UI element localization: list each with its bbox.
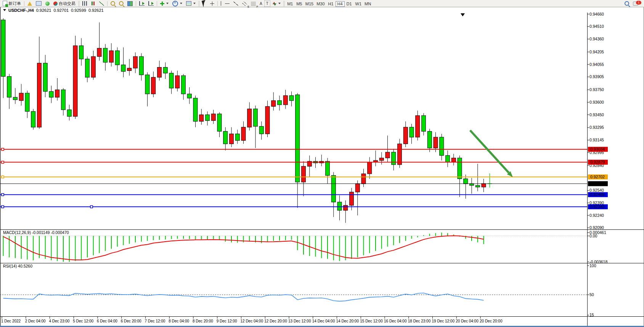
time-axis-label: 13 Dec 12:00 bbox=[288, 319, 311, 323]
candle bbox=[230, 134, 234, 144]
text-button[interactable]: A bbox=[258, 0, 264, 7]
candle bbox=[385, 152, 390, 158]
zoom-in-button[interactable] bbox=[109, 0, 117, 7]
channel-button[interactable]: E bbox=[240, 0, 249, 7]
candle bbox=[223, 131, 228, 144]
cursor-button[interactable] bbox=[201, 0, 208, 7]
chart-shift-button[interactable] bbox=[146, 0, 156, 7]
candle bbox=[331, 175, 336, 202]
price-tick-label: 0.93750 bbox=[589, 87, 604, 92]
timeframe-mn[interactable]: MN bbox=[363, 1, 373, 7]
quote-high: 0.92701 bbox=[53, 8, 69, 13]
arrows-button[interactable] bbox=[270, 0, 283, 7]
candle bbox=[302, 166, 306, 182]
candle bbox=[1, 20, 5, 76]
candlestick-chart-button[interactable] bbox=[89, 0, 97, 7]
time-axis-label: 6 Dec 04:00 bbox=[97, 319, 117, 323]
rsi-axis-label: 15 bbox=[589, 313, 594, 317]
line-handle[interactable] bbox=[2, 148, 4, 151]
metaeditor-button[interactable] bbox=[26, 0, 34, 7]
candle bbox=[416, 115, 420, 137]
price-tick-label: 0.92090 bbox=[589, 225, 604, 230]
terminal-button[interactable] bbox=[34, 0, 43, 7]
line-handle[interactable] bbox=[2, 206, 4, 208]
time-axis-label: 7 Dec 12:00 bbox=[145, 319, 165, 323]
chart-canvas[interactable]: 0.946600.945100.943600.942050.940550.939… bbox=[0, 0, 644, 327]
crosshair-button[interactable] bbox=[208, 0, 216, 7]
window-menu-icon[interactable] bbox=[3, 9, 6, 11]
terminal-icon bbox=[36, 1, 42, 6]
new-order-button[interactable]: 新订单 bbox=[1, 0, 23, 7]
rsi-label: RSI(14) 40.5260 bbox=[3, 264, 32, 268]
auto-scroll-button[interactable] bbox=[137, 0, 146, 7]
candle bbox=[199, 115, 204, 121]
new-order-label: 新订单 bbox=[8, 1, 21, 6]
candle bbox=[61, 90, 66, 110]
vertical-line-icon bbox=[221, 1, 221, 6]
timeframe-m15[interactable]: M15 bbox=[304, 1, 315, 7]
line-handle[interactable] bbox=[2, 194, 4, 196]
vertical-line-button[interactable] bbox=[219, 0, 223, 7]
bar-chart-icon bbox=[82, 1, 87, 6]
candle bbox=[91, 56, 95, 77]
trendline-icon bbox=[233, 2, 238, 6]
periods-button[interactable] bbox=[170, 0, 184, 7]
tile-windows-button[interactable] bbox=[125, 0, 135, 7]
timeframe-h4[interactable]: H4 bbox=[336, 1, 345, 7]
timeframe-m1[interactable]: M1 bbox=[286, 1, 295, 7]
candle bbox=[13, 97, 18, 100]
text-label-button[interactable]: T bbox=[264, 0, 270, 7]
templates-button[interactable] bbox=[184, 0, 198, 7]
strategy-tester-button[interactable] bbox=[43, 0, 51, 7]
rsi-axis-label: 100 bbox=[589, 263, 596, 268]
price-badge-label: 0.92343 bbox=[590, 204, 605, 209]
chart-shift-marker[interactable] bbox=[461, 13, 465, 16]
crosshair-icon bbox=[210, 2, 214, 6]
rsi-line bbox=[3, 293, 484, 301]
price-tick-label: 0.93295 bbox=[589, 125, 604, 130]
autotrading-button[interactable]: 自动交易 bbox=[51, 0, 77, 7]
time-axis-label: 2 Dec 04:00 bbox=[25, 319, 46, 323]
trendline-button[interactable] bbox=[231, 0, 240, 7]
timeframe-w1[interactable]: W1 bbox=[354, 1, 363, 7]
line-handle[interactable] bbox=[2, 176, 4, 178]
chart-symbol-timeframe: USDCHF-,H4 bbox=[8, 8, 34, 13]
autotrading-icon bbox=[53, 2, 58, 6]
time-axis-label: 8 Dec 04:00 bbox=[169, 319, 189, 323]
timeframe-group: M1M5M15M30H1H4D1W1MN bbox=[286, 0, 373, 7]
line-chart-button[interactable] bbox=[97, 0, 106, 7]
tile-windows-icon bbox=[127, 1, 133, 6]
quote-close: 0.92621 bbox=[88, 8, 104, 13]
candle bbox=[451, 158, 456, 162]
candle bbox=[73, 46, 77, 116]
candle bbox=[217, 114, 222, 131]
timeframe-m30[interactable]: M30 bbox=[315, 1, 326, 7]
candle bbox=[475, 185, 480, 187]
candle bbox=[368, 162, 372, 174]
candle bbox=[151, 77, 156, 94]
search-button[interactable] bbox=[623, 0, 631, 7]
zoom-out-button[interactable] bbox=[117, 0, 125, 7]
notifications-button[interactable]: 1 bbox=[631, 0, 640, 7]
auto-scroll-icon bbox=[139, 1, 145, 6]
candle bbox=[434, 137, 438, 148]
candle bbox=[37, 63, 42, 127]
bar-chart-button[interactable] bbox=[80, 0, 89, 7]
candle bbox=[361, 174, 366, 184]
candle bbox=[422, 115, 426, 131]
line-handle[interactable] bbox=[90, 206, 93, 208]
fibonacci-button[interactable]: F bbox=[249, 0, 258, 7]
arrow-annotation[interactable] bbox=[470, 130, 509, 173]
line-handle[interactable] bbox=[2, 161, 4, 164]
candle bbox=[25, 93, 29, 111]
timeframe-m5[interactable]: M5 bbox=[295, 1, 304, 7]
timeframe-h1[interactable]: H1 bbox=[326, 1, 336, 7]
candle bbox=[175, 75, 180, 88]
candle bbox=[169, 73, 173, 88]
indicators-button[interactable] bbox=[158, 0, 170, 7]
candle bbox=[211, 114, 215, 120]
time-axis-label: 8 Dec 20:00 bbox=[193, 319, 213, 323]
toolbar: 新订单 自动交易 E bbox=[0, 0, 644, 7]
timeframe-d1[interactable]: D1 bbox=[345, 1, 354, 7]
horizontal-line-button[interactable] bbox=[223, 0, 231, 7]
